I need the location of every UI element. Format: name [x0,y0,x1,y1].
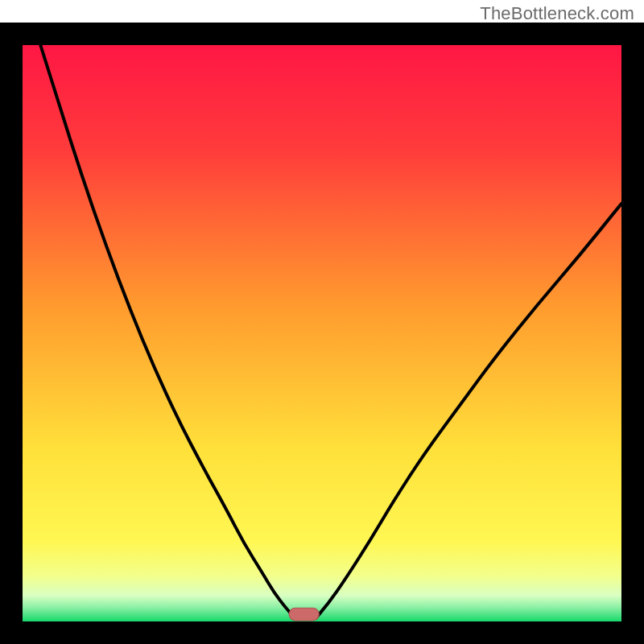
optimal-marker [289,608,319,621]
watermark-label: TheBottleneck.com [480,3,634,24]
chart-canvas: TheBottleneck.com [0,0,644,644]
bottleneck-chart [0,0,644,644]
svg-rect-0 [23,45,621,621]
